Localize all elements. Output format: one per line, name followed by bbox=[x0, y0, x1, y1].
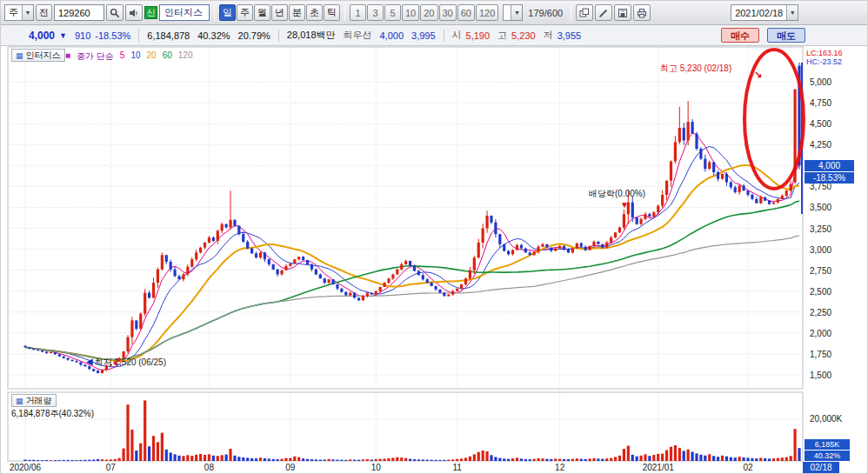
turnover-ratio: 20.79% bbox=[238, 30, 270, 41]
period-button-초[interactable]: 초 bbox=[306, 4, 323, 21]
buy-button[interactable]: 매수 bbox=[721, 28, 759, 43]
speaker-icon[interactable] bbox=[125, 4, 143, 21]
x-axis-label: 12 bbox=[555, 463, 564, 472]
candlestick-chart[interactable] bbox=[1, 46, 868, 474]
lc-label: LC:163.16 bbox=[806, 49, 843, 57]
print-icon[interactable] bbox=[633, 4, 651, 21]
ex-dividend-arrow-icon: ▼ bbox=[620, 200, 629, 210]
best-quote-label: 최우선 bbox=[344, 29, 372, 42]
grid-layer bbox=[8, 47, 803, 461]
bar-count-label: 179/600 bbox=[524, 8, 566, 18]
price-down-icon: ▼ bbox=[59, 31, 67, 40]
period-button-틱[interactable]: 틱 bbox=[324, 4, 340, 21]
low-annotation: ◀ 최저 1,520 (06/25) bbox=[86, 357, 166, 369]
chevron-down-icon: ▼ bbox=[22, 5, 33, 20]
open-label: 시 bbox=[452, 29, 462, 42]
search-icon[interactable] bbox=[106, 4, 124, 21]
price-axis-label: 1,500 bbox=[810, 371, 855, 380]
x-axis-label: 09 bbox=[285, 463, 295, 472]
chart-symbol-label: 인터지스 bbox=[26, 50, 61, 62]
x-axis-label: 08 bbox=[204, 463, 214, 472]
interval-button-20[interactable]: 20 bbox=[420, 4, 437, 21]
interval-button-3[interactable]: 3 bbox=[367, 4, 384, 21]
interval-button-10[interactable]: 10 bbox=[402, 4, 419, 21]
low-label: 저 bbox=[544, 29, 553, 42]
trade-value: 28,018백만 bbox=[287, 29, 336, 42]
price-axis-label: 3,000 bbox=[810, 245, 855, 255]
period-button-분[interactable]: 분 bbox=[289, 4, 305, 21]
volume-icon: ▦ bbox=[16, 397, 23, 405]
date-picker[interactable]: 2021/02/18 ▼ bbox=[731, 4, 798, 21]
hc-label: HC:-23.52 bbox=[806, 57, 842, 66]
x-axis-label: 10 bbox=[371, 463, 381, 472]
price-change: 910 bbox=[75, 30, 90, 41]
price-axis-label: 4,500 bbox=[810, 119, 855, 129]
price-axis-label: 2,000 bbox=[810, 329, 855, 338]
volume-tab-label: 거래량 bbox=[26, 395, 52, 407]
ma-legend-item: 20 bbox=[147, 50, 157, 63]
ma-legend-prefix: 종가 단순 bbox=[77, 50, 114, 63]
period-button-일[interactable]: 일 bbox=[219, 4, 236, 21]
period-button-년[interactable]: 년 bbox=[271, 4, 288, 21]
interval-button-1[interactable]: 1 bbox=[350, 4, 366, 21]
interval-button-60[interactable]: 60 bbox=[457, 4, 475, 21]
price-axis-label: 2,750 bbox=[810, 266, 855, 276]
change-pct-box: -18.53% bbox=[805, 172, 854, 184]
price-axis-label: 3,250 bbox=[810, 224, 855, 234]
sell-button[interactable]: 매도 bbox=[767, 28, 805, 43]
best-bid: 3,995 bbox=[411, 30, 436, 41]
price-axis-label: 2,250 bbox=[810, 308, 855, 317]
quote-divider bbox=[138, 30, 139, 42]
extra-dropdown[interactable]: ▼ bbox=[503, 4, 523, 21]
volume-pct-box: 40.32% bbox=[805, 451, 850, 461]
price-change-pct: -18.53% bbox=[95, 30, 130, 41]
low-annotation-text: 최저 1,520 (06/25) bbox=[95, 357, 166, 369]
stock-state-badge: 신 bbox=[144, 6, 157, 19]
draw-tool-icon[interactable] bbox=[595, 4, 612, 21]
interval-button-5[interactable]: 5 bbox=[384, 4, 401, 21]
stock-chart-window: 주 ▼ 전 신 인터지스 일주월년분초틱 13510203060120 ▼ 17… bbox=[0, 0, 868, 474]
volume-value: 6,184,878 bbox=[147, 30, 190, 41]
volume-bars-layer bbox=[23, 400, 800, 461]
high-label: 고 bbox=[497, 29, 507, 42]
chart-symbol-tab[interactable]: ▦ 인터지스 bbox=[11, 49, 65, 62]
ma-lines-layer bbox=[25, 133, 799, 370]
price-axis-label: 1,750 bbox=[810, 350, 855, 359]
ma-legend-item: 5 bbox=[120, 50, 125, 63]
last-date-box: 02/18 bbox=[803, 462, 839, 474]
interval-button-120[interactable]: 120 bbox=[476, 4, 498, 21]
chart-type-dropdown[interactable]: 주 ▼ bbox=[4, 4, 34, 21]
volume-ratio: 40.32% bbox=[197, 30, 230, 41]
x-axis-label: 2020/06 bbox=[10, 463, 41, 472]
interval-button-30[interactable]: 30 bbox=[439, 4, 457, 21]
chart-area: ▦ 인터지스 ■ 종가 단순 5102060120 LC:163.16 HC:-… bbox=[1, 46, 868, 474]
ma-legend-item: 120 bbox=[178, 50, 193, 63]
chevron-down-icon: ▼ bbox=[786, 5, 798, 20]
quote-divider bbox=[278, 30, 279, 42]
candles-layer bbox=[23, 63, 800, 374]
period-button-월[interactable]: 월 bbox=[254, 4, 270, 21]
save-icon[interactable] bbox=[614, 4, 631, 21]
price-axis-label: 3,500 bbox=[810, 203, 855, 212]
current-price: 4,000 bbox=[29, 30, 55, 42]
price-axis-label: 5,000 bbox=[810, 77, 855, 87]
volume-summary: 6,184,878주(40.32%) bbox=[11, 408, 94, 420]
volume-tab[interactable]: ▦ 거래량 bbox=[11, 394, 57, 407]
ex-dividend-annotation: 배당락(0.00%) bbox=[589, 188, 645, 200]
stock-code-input[interactable] bbox=[54, 4, 104, 21]
price-axis-label: 4,250 bbox=[810, 140, 855, 150]
ma-legend-item: 10 bbox=[130, 50, 140, 63]
period-button-주[interactable]: 주 bbox=[237, 4, 253, 21]
series-marker-icon: ■ bbox=[65, 50, 70, 63]
high-annotation: 최고 5,230 (02/18) bbox=[660, 63, 731, 75]
prev-stock-button[interactable]: 전 bbox=[36, 4, 52, 21]
compare-icon[interactable] bbox=[576, 4, 593, 21]
toolbar-divider bbox=[571, 5, 571, 21]
chart-type-value: 주 bbox=[5, 6, 22, 19]
date-value: 2021/02/18 bbox=[731, 8, 786, 18]
x-axis-label: 11 bbox=[452, 463, 461, 472]
volume-axis-label: 20,000K bbox=[810, 414, 842, 424]
x-axis-label: 07 bbox=[106, 463, 116, 472]
best-ask: 4,000 bbox=[380, 30, 404, 41]
toolbar-divider bbox=[214, 5, 215, 21]
